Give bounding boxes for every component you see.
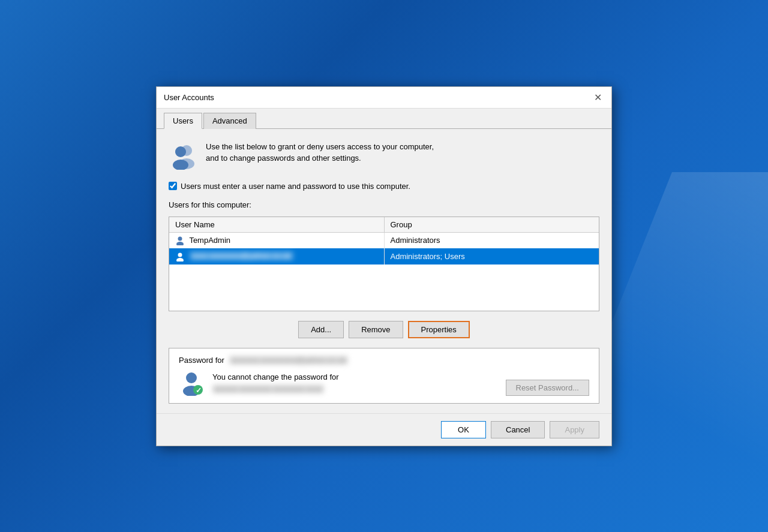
table-row[interactable]: xxxx.xxxxxxxx@yahoo.co.uk Administrators… xyxy=(169,248,599,265)
tab-content: Use the list below to grant or deny user… xyxy=(157,129,611,413)
user-accounts-dialog: User Accounts ✕ Users Advanced Use the l… xyxy=(156,86,612,446)
col-group: Group xyxy=(384,217,599,233)
password-section: Password for xxxxxxx.xxxxxxxxx@yahoo.co.… xyxy=(169,348,599,404)
table-row[interactable]: TempAdmin Administrators xyxy=(169,232,599,248)
close-button[interactable]: ✕ xyxy=(591,91,604,104)
description-text: Use the list below to grant or deny user… xyxy=(206,141,434,164)
users-table: User Name Group xyxy=(169,217,599,265)
tab-advanced[interactable]: Advanced xyxy=(203,113,256,129)
password-username-blurred: xxxxxx xxxxxxxx xxxxxxxx xxxx xyxy=(212,383,497,395)
users-section-label: Users for this computer: xyxy=(169,200,599,209)
col-username: User Name xyxy=(169,217,384,233)
blurred-username: xxxx.xxxxxxxx@yahoo.co.uk xyxy=(190,251,293,260)
reset-password-button[interactable]: Reset Password... xyxy=(506,380,590,396)
cancel-button[interactable]: Cancel xyxy=(491,421,545,438)
users-table-container: User Name Group xyxy=(169,217,599,311)
remove-button[interactable]: Remove xyxy=(349,321,403,338)
svg-text:✓: ✓ xyxy=(196,386,202,395)
password-user-icon: ✓ xyxy=(179,371,204,396)
svg-point-6 xyxy=(178,253,182,257)
must-login-label: Users must enter a user name and passwor… xyxy=(181,182,410,191)
ok-button[interactable]: OK xyxy=(441,421,486,438)
svg-point-2 xyxy=(175,146,186,157)
username-cell: xxxx.xxxxxxxx@yahoo.co.uk xyxy=(169,248,384,265)
title-bar: User Accounts ✕ xyxy=(157,87,611,109)
add-button[interactable]: Add... xyxy=(298,321,344,338)
info-section: Use the list below to grant or deny user… xyxy=(169,139,599,175)
password-title: Password for xxxxxxx.xxxxxxxxx@yahoo.co.… xyxy=(179,356,589,365)
dialog-title: User Accounts xyxy=(164,93,214,102)
password-inner: ✓ You cannot change the password for xxx… xyxy=(179,371,589,396)
user-row-icon xyxy=(175,236,185,245)
svg-point-7 xyxy=(176,258,184,262)
user-action-buttons: Add... Remove Properties xyxy=(169,321,599,338)
group-cell: Administrators; Users xyxy=(384,248,599,265)
tab-bar: Users Advanced xyxy=(157,109,611,129)
user-row-icon xyxy=(175,252,185,262)
svg-point-8 xyxy=(186,372,197,383)
password-title-blurred: xxxxxxx.xxxxxxxxx@yahoo.co.uk xyxy=(229,356,349,365)
username-cell: TempAdmin xyxy=(169,232,384,248)
tab-users[interactable]: Users xyxy=(164,113,202,129)
users-icon xyxy=(169,141,197,170)
properties-button[interactable]: Properties xyxy=(408,321,470,338)
svg-point-4 xyxy=(178,237,182,241)
apply-button[interactable]: Apply xyxy=(550,421,599,438)
password-text-block: You cannot change the password for xxxxx… xyxy=(212,371,497,395)
must-login-checkbox[interactable] xyxy=(169,182,177,190)
group-cell: Administrators xyxy=(384,232,599,248)
bottom-buttons: OK Cancel Apply xyxy=(157,413,611,446)
cannot-change-text: You cannot change the password for xyxy=(212,371,497,383)
must-login-checkbox-row: Users must enter a user name and passwor… xyxy=(169,182,599,191)
svg-point-5 xyxy=(176,242,184,245)
